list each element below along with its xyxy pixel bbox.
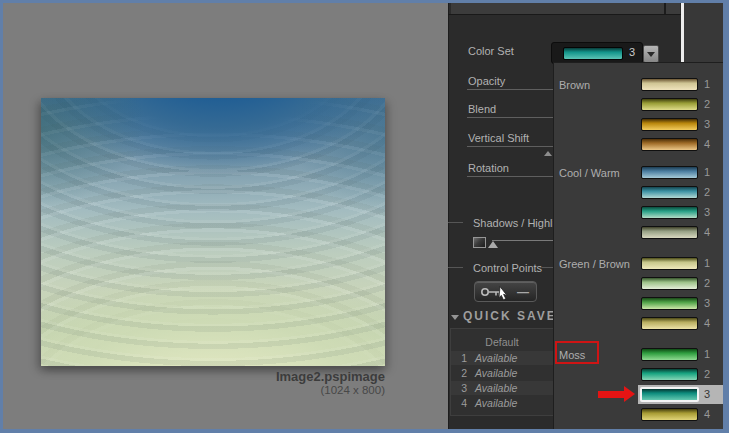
color-set-selected-swatch[interactable]	[563, 47, 623, 60]
quick-save-slot-4[interactable]: 4Available	[451, 396, 553, 410]
control-points-button[interactable]: —	[474, 281, 537, 302]
slot-number: 4	[457, 397, 467, 409]
shadows-separator	[448, 222, 463, 223]
slot-number: 3	[457, 382, 467, 394]
swatch-number[interactable]: 4	[704, 226, 720, 238]
slot-status: Available	[475, 367, 517, 379]
annotation-arrow-icon	[598, 386, 635, 403]
category-label-green-brown: Green / Brown	[559, 258, 630, 270]
blend-underline	[467, 117, 553, 118]
preview-image	[41, 98, 385, 366]
image-filename: Image2.pspimage	[41, 369, 385, 384]
image-caption: Image2.pspimage (1024 x 800)	[41, 369, 385, 397]
swatch-number[interactable]: 3	[704, 297, 720, 309]
swatch-number[interactable]: 1	[704, 78, 720, 90]
key-cursor-icon	[479, 285, 517, 300]
spinner-up-icon[interactable]	[544, 151, 552, 156]
slider-thumb-icon[interactable]	[488, 241, 498, 248]
opacity-label[interactable]: Opacity	[468, 75, 505, 87]
swatch-number[interactable]: 3	[704, 388, 720, 400]
slot-number: 2	[457, 367, 467, 379]
slot-status: Available	[475, 382, 517, 394]
swatch-moss-3[interactable]	[640, 387, 699, 402]
slot-status: Available	[475, 397, 517, 409]
blend-label[interactable]: Blend	[468, 103, 496, 115]
swatch-cool-warm-1[interactable]	[641, 166, 698, 179]
quick-save-panel: Default 1Available2Available3Available4A…	[450, 328, 554, 416]
swatch-number[interactable]: 4	[704, 408, 720, 420]
swatch-brown-2[interactable]	[641, 98, 698, 111]
swatch-number[interactable]: 4	[704, 317, 720, 329]
quick-save-default-label: Default	[451, 336, 553, 348]
slot-number: 1	[457, 352, 467, 364]
rotation-label[interactable]: Rotation	[468, 162, 509, 174]
category-label-brown: Brown	[559, 79, 590, 91]
category-label-cool-warm: Cool / Warm	[559, 167, 620, 179]
control-points-label: Control Points	[473, 262, 542, 274]
swatch-number[interactable]: 2	[704, 368, 720, 380]
panel-header-strip	[451, 3, 680, 14]
swatch-number[interactable]: 1	[704, 348, 720, 360]
shadows-highlights-label: Shadows / Highli	[473, 217, 555, 229]
swatch-number[interactable]: 3	[704, 206, 720, 218]
swatch-cool-warm-2[interactable]	[641, 186, 698, 199]
quick-save-slot-2[interactable]: 2Available	[451, 366, 553, 380]
quick-save-slot-1[interactable]: 1Available	[451, 351, 553, 365]
swatch-brown-4[interactable]	[641, 138, 698, 151]
arrow-shaft	[598, 391, 624, 398]
swatch-number[interactable]: 2	[704, 186, 720, 198]
quick-save-title[interactable]: QUICK SAVE	[463, 309, 557, 323]
dropdown-arrow-icon	[647, 52, 655, 57]
quick-save-slot-3[interactable]: 3Available	[451, 381, 553, 395]
panel-right-area	[684, 3, 723, 62]
color-set-dropdown-button[interactable]	[643, 45, 659, 63]
swatch-number[interactable]: 2	[704, 98, 720, 110]
arrow-head	[624, 386, 635, 402]
panel-splitter[interactable]	[681, 3, 684, 63]
image-dimensions: (1024 x 800)	[41, 384, 385, 397]
color-set-flyout: Brown1234Cool / Warm1234Green / Brown123…	[553, 62, 723, 429]
swatch-cool-warm-4[interactable]	[641, 226, 698, 239]
swatch-brown-3[interactable]	[641, 118, 698, 131]
shadows-slider-track[interactable]	[492, 240, 554, 241]
window-frame: Image2.pspimage (1024 x 800) Color Set 3…	[0, 0, 729, 433]
color-set-value: 3	[625, 46, 639, 58]
swatch-number[interactable]: 1	[704, 257, 720, 269]
swatch-number[interactable]: 2	[704, 277, 720, 289]
swatch-brown-1[interactable]	[641, 78, 698, 91]
swatch-number[interactable]: 4	[704, 138, 720, 150]
swatch-green-brown-4[interactable]	[641, 317, 698, 330]
header-divider	[664, 3, 666, 14]
slot-status: Available	[475, 352, 517, 364]
swatch-moss-4[interactable]	[641, 408, 698, 421]
swatch-number[interactable]: 1	[704, 166, 720, 178]
quick-save-collapse-icon[interactable]	[451, 315, 459, 320]
workspace: Image2.pspimage (1024 x 800) Color Set 3…	[3, 3, 723, 429]
opacity-underline	[467, 89, 553, 90]
minus-icon: —	[517, 285, 529, 299]
control-points-separator-left	[448, 267, 463, 268]
swatch-moss-1[interactable]	[641, 348, 698, 361]
rotation-underline	[467, 176, 553, 177]
swatch-green-brown-2[interactable]	[641, 277, 698, 290]
swatch-moss-2[interactable]	[641, 368, 698, 381]
swatch-number[interactable]: 3	[704, 118, 720, 130]
category-label-moss: Moss	[559, 349, 585, 361]
swatch-green-brown-1[interactable]	[641, 257, 698, 270]
vertical-shift-underline	[467, 146, 553, 147]
swatch-green-brown-3[interactable]	[641, 297, 698, 310]
vertical-shift-label[interactable]: Vertical Shift	[468, 132, 529, 144]
swatch-cool-warm-3[interactable]	[641, 206, 698, 219]
shadows-checkbox[interactable]	[473, 237, 486, 248]
color-set-label: Color Set	[468, 45, 514, 57]
